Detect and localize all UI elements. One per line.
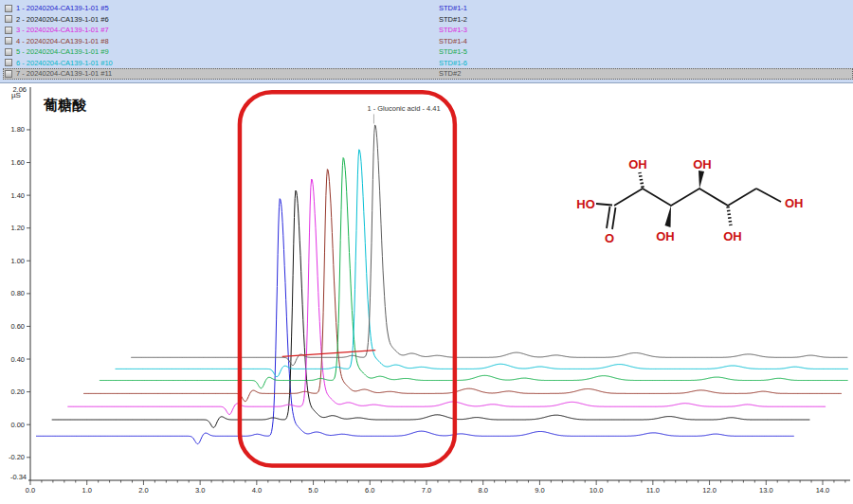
x-tick-label: 14.0 [816, 486, 830, 495]
x-tick-label: 10.0 [590, 486, 604, 495]
x-tick-label: 7.0 [422, 486, 431, 495]
y-tick-label: 0.40 [10, 355, 25, 364]
chromatogram-panel: 0.01.02.03.04.05.06.07.08.09.010.011.012… [0, 83, 853, 504]
y-tick-label: 0.20 [10, 387, 25, 396]
y-axis-unit: µS [11, 91, 21, 99]
chromatography-window: 1 - 20240204-CA139-1-01 #5STD#1-12 - 202… [0, 0, 853, 504]
standard-label: STD#1-4 [439, 36, 467, 46]
injection-label: 1 - 20240204-CA139-1-01 #5 [16, 3, 109, 13]
hydroxyl-label-c2: OH [628, 157, 647, 171]
y-tick-label: -0.20 [9, 453, 25, 461]
y-tick-label: 1.20 [10, 224, 25, 232]
sequence-legend: 1 - 20240204-CA139-1-01 #5STD#1-12 - 202… [0, 0, 853, 83]
sequence-row[interactable]: 6 - 20240204-CA139-1-01 #10STD#1-6 [3, 58, 853, 69]
y-tick-label: 1.00 [10, 257, 25, 265]
injection-label: 4 - 20240204-CA139-1-01 #8 [16, 36, 109, 46]
x-tick-label: 3.0 [195, 486, 205, 495]
x-tick-label: 6.0 [365, 486, 374, 495]
peak-baseline-marker [282, 351, 376, 357]
injection-label: 3 - 20240204-CA139-1-01 #7 [16, 25, 109, 35]
injection-label: 6 - 20240204-CA139-1-01 #10 [16, 58, 113, 68]
x-tick-label: 2.0 [138, 486, 148, 495]
x-tick-label: 9.0 [535, 486, 544, 495]
injection-label: 5 - 20240204-CA139-1-01 #9 [16, 46, 109, 57]
sequence-row[interactable]: 3 - 20240204-CA139-1-01 #7STD#1-3 [3, 25, 853, 36]
chromatogram-icon [5, 5, 12, 12]
gluconic-acid-structure: HO O OH OH OH OH OH [557, 156, 842, 270]
standard-label: STD#1-3 [439, 25, 467, 35]
x-tick-label: 11.0 [646, 486, 660, 495]
sequence-row[interactable]: 7 - 20240204-CA139-1-01 #11STD#2 [3, 68, 853, 80]
sequence-legend-rows: 1 - 20240204-CA139-1-01 #5STD#1-12 - 202… [3, 3, 853, 80]
chromatogram-icon [5, 59, 12, 66]
chromatogram-plot[interactable]: 0.01.02.03.04.05.06.07.08.09.010.011.012… [0, 83, 853, 504]
chromatogram-icon [5, 37, 12, 45]
x-tick-label: 12.0 [702, 486, 717, 495]
chromatogram-icon [5, 48, 12, 56]
hydroxyl-label-c3: OH [656, 229, 675, 243]
chromatogram-icon [5, 70, 12, 78]
sequence-row[interactable]: 2 - 20240204-CA139-1-01 #6STD#1-2 [3, 14, 853, 26]
chromatogram-icon [5, 15, 12, 23]
chromatogram-icon [5, 27, 12, 34]
y-tick-label: 1.60 [10, 158, 25, 167]
y-tick-label: 0.00 [10, 421, 25, 429]
y-tick-label: 0.60 [10, 322, 25, 331]
standard-label: STD#2 [439, 68, 461, 79]
carbonyl-o-label: O [605, 231, 614, 245]
standard-label: STD#1-5 [439, 46, 467, 57]
ho-label: HO [576, 197, 595, 211]
chart-title: 葡糖酸 [44, 97, 86, 115]
y-tick-label: 0.80 [10, 289, 25, 297]
standard-label: STD#1-2 [439, 14, 467, 25]
injection-label: 2 - 20240204-CA139-1-01 #6 [16, 14, 109, 25]
x-tick-label: 1.0 [82, 486, 91, 495]
standard-label: STD#1-6 [439, 58, 467, 68]
hydroxyl-label-c4: OH [693, 157, 712, 171]
sequence-row[interactable]: 5 - 20240204-CA139-1-01 #9STD#1-5 [3, 46, 853, 58]
x-tick-label: 5.0 [308, 486, 318, 495]
highlight-annotation [240, 92, 455, 465]
sequence-row[interactable]: 4 - 20240204-CA139-1-01 #8STD#1-4 [3, 36, 853, 47]
x-tick-label: 13.0 [759, 486, 773, 495]
sequence-row[interactable]: 1 - 20240204-CA139-1-01 #5STD#1-1 [3, 3, 853, 14]
y-tick-label: 1.40 [10, 191, 25, 200]
x-tick-label: 8.0 [478, 486, 487, 495]
molecule-labels: HO O OH OH OH OH OH [576, 157, 803, 245]
hydroxyl-label-c5: OH [723, 229, 742, 243]
x-tick-label: 0.0 [26, 486, 35, 495]
injection-label: 7 - 20240204-CA139-1-01 #11 [16, 68, 112, 79]
hydroxyl-label-c6: OH [785, 196, 804, 210]
y-axis-min-label: -0.34 [10, 473, 27, 481]
molecule-bonds [596, 171, 781, 229]
peak-annotation: 1 - Gluconic acid - 4.41 [367, 104, 440, 113]
y-tick-label: 1.80 [10, 125, 25, 134]
x-tick-label: 4.0 [252, 486, 262, 495]
standard-label: STD#1-1 [439, 3, 467, 13]
